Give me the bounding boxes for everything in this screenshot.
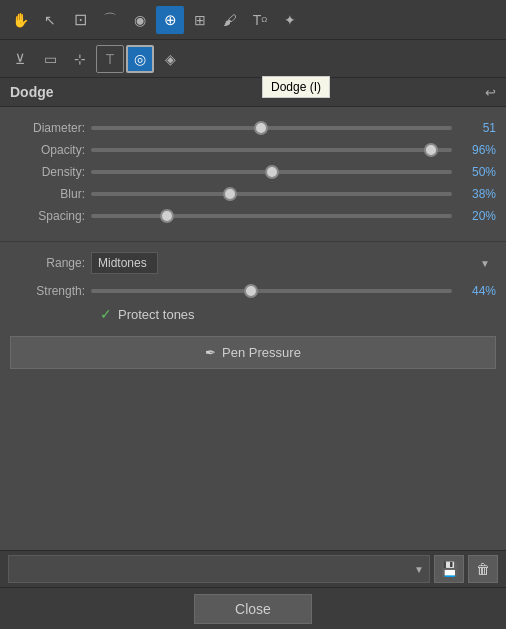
pen-pressure-icon: ✒ bbox=[205, 345, 216, 360]
range-dropdown-arrow: ▼ bbox=[480, 258, 490, 269]
preset-select-wrapper: ▼ bbox=[8, 555, 430, 583]
density-value: 50% bbox=[458, 165, 496, 179]
panel-body: Diameter: 51 Opacity: 96% Density: 50% B… bbox=[0, 107, 506, 375]
blur-label: Blur: bbox=[10, 187, 85, 201]
stamp2-tool[interactable]: ⊻ bbox=[6, 45, 34, 73]
opacity-value: 96% bbox=[458, 143, 496, 157]
protect-tones-label: Protect tones bbox=[118, 307, 195, 322]
range-label: Range: bbox=[10, 256, 85, 270]
protect-tones-row: ✓ Protect tones bbox=[0, 302, 506, 330]
blur-value: 38% bbox=[458, 187, 496, 201]
pen-pressure-section: ✒ Pen Pressure bbox=[0, 330, 506, 375]
close-label: Close bbox=[235, 601, 271, 617]
sliders-section: Diameter: 51 Opacity: 96% Density: 50% B… bbox=[0, 107, 506, 237]
diameter-row: Diameter: 51 bbox=[0, 117, 506, 139]
diameter-label: Diameter: bbox=[10, 121, 85, 135]
bottom-preset-bar: ▼ 💾 🗑 bbox=[0, 550, 506, 587]
range-row: Range: Shadows Midtones Highlights ▼ bbox=[0, 246, 506, 280]
strength-label: Strength: bbox=[10, 284, 85, 298]
protect-tones-checkmark: ✓ bbox=[100, 306, 112, 322]
type2-tool[interactable]: T bbox=[96, 45, 124, 73]
toolbar-second: ⊻ ▭ ⊹ T ◎ ◈ Dodge (I) bbox=[0, 40, 506, 78]
move-tool[interactable]: ✋ bbox=[6, 6, 34, 34]
blur-row: Blur: 38% bbox=[0, 183, 506, 205]
strength-slider[interactable] bbox=[91, 289, 452, 293]
spacing-slider[interactable] bbox=[91, 214, 452, 218]
heal-tool[interactable]: ▭ bbox=[36, 45, 64, 73]
panel-title: Dodge bbox=[10, 84, 54, 100]
panel-header: Dodge ↩ bbox=[0, 78, 506, 107]
delete-icon: 🗑 bbox=[476, 561, 490, 577]
spacing-label: Spacing: bbox=[10, 209, 85, 223]
sharpen-tool[interactable]: ◈ bbox=[156, 45, 184, 73]
spacing-value: 20% bbox=[458, 209, 496, 223]
star-tool[interactable]: ✦ bbox=[276, 6, 304, 34]
toolbar-top: ✋ ↖ ⊡ ⌒ ◉ ⊕ ⊞ 🖌 TΩ ✦ bbox=[0, 0, 506, 40]
diameter-value: 51 bbox=[458, 121, 496, 135]
opacity-label: Opacity: bbox=[10, 143, 85, 157]
pen-pressure-label: Pen Pressure bbox=[222, 345, 301, 360]
eye-tool[interactable]: ◉ bbox=[126, 6, 154, 34]
strength-row: Strength: 44% bbox=[0, 280, 506, 302]
opacity-slider[interactable] bbox=[91, 148, 452, 152]
save-preset-button[interactable]: 💾 bbox=[434, 555, 464, 583]
close-bar: Close bbox=[0, 587, 506, 629]
dodge-tool[interactable]: ◎ bbox=[126, 45, 154, 73]
density-label: Density: bbox=[10, 165, 85, 179]
strength-value: 44% bbox=[458, 284, 496, 298]
patch-tool[interactable]: ⊹ bbox=[66, 45, 94, 73]
close-button[interactable]: Close bbox=[194, 594, 312, 624]
text-tool[interactable]: TΩ bbox=[246, 6, 274, 34]
opacity-row: Opacity: 96% bbox=[0, 139, 506, 161]
back-icon[interactable]: ↩ bbox=[485, 85, 496, 100]
delete-preset-button[interactable]: 🗑 bbox=[468, 555, 498, 583]
range-select-wrapper: Shadows Midtones Highlights ▼ bbox=[91, 252, 496, 274]
range-select[interactable]: Shadows Midtones Highlights bbox=[91, 252, 158, 274]
divider-1 bbox=[0, 241, 506, 242]
brush-tool[interactable]: 🖌 bbox=[216, 6, 244, 34]
tooltip-text: Dodge (I) bbox=[271, 80, 321, 94]
density-row: Density: 50% bbox=[0, 161, 506, 183]
diameter-slider[interactable] bbox=[91, 126, 452, 130]
preset-select[interactable] bbox=[8, 555, 430, 583]
stamp-tool[interactable]: ⊕ bbox=[156, 6, 184, 34]
crop-tool[interactable]: ⊡ bbox=[66, 6, 94, 34]
pen-pressure-button[interactable]: ✒ Pen Pressure bbox=[10, 336, 496, 369]
lasso-tool[interactable]: ⌒ bbox=[96, 6, 124, 34]
select-tool[interactable]: ↖ bbox=[36, 6, 64, 34]
blur-slider[interactable] bbox=[91, 192, 452, 196]
grid-tool[interactable]: ⊞ bbox=[186, 6, 214, 34]
spacing-row: Spacing: 20% bbox=[0, 205, 506, 227]
density-slider[interactable] bbox=[91, 170, 452, 174]
dodge-tooltip: Dodge (I) bbox=[262, 76, 330, 98]
save-icon: 💾 bbox=[441, 561, 458, 577]
